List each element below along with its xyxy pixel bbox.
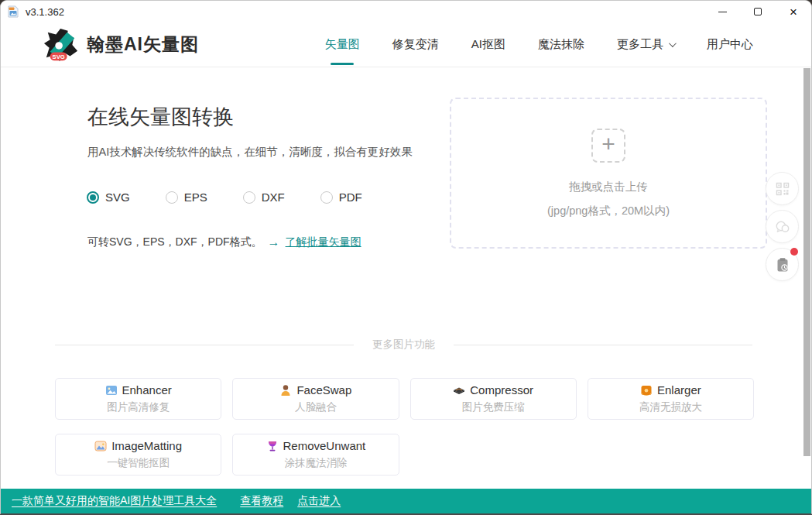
nav-item-matting[interactable]: AI抠图 <box>471 37 505 52</box>
active-tab-underline <box>331 63 354 65</box>
clipboard-icon <box>776 257 790 273</box>
side-widgets <box>766 172 799 281</box>
minimize-icon <box>718 12 727 12</box>
format-radio-pdf[interactable]: PDF <box>320 191 362 204</box>
radio-icon <box>243 191 255 204</box>
svg-text:SVG: SVG <box>53 53 65 60</box>
batch-vector-link[interactable]: 了解批量矢量图 <box>286 235 361 249</box>
person-icon <box>279 384 292 397</box>
card-faceswap[interactable]: FaceSwap 人脸融合 <box>232 378 399 420</box>
upload-hint-primary: 拖拽或点击上传 <box>569 180 648 194</box>
chat-button[interactable] <box>766 210 799 243</box>
picture-icon <box>105 384 118 397</box>
maximize-button[interactable] <box>740 1 776 22</box>
arrow-right-icon: → <box>268 235 280 249</box>
maximize-icon <box>754 8 762 15</box>
divider-line <box>55 345 354 345</box>
radio-icon <box>320 191 333 204</box>
format-note: 可转SVG，EPS，DXF，PDF格式。 → 了解批量矢量图 <box>87 235 361 249</box>
view-tutorial-link[interactable]: 查看教程 <box>240 494 283 508</box>
card-enhancer[interactable]: Enhancer 图片高清修复 <box>55 378 221 420</box>
divider-line <box>454 345 752 345</box>
vertical-scrollbar[interactable] <box>803 68 810 456</box>
clipboard-button[interactable] <box>766 248 799 281</box>
card-compressor[interactable]: Compressor 图片免费压缩 <box>410 378 577 420</box>
format-radio-eps[interactable]: EPS <box>166 191 207 204</box>
nav-item-vector[interactable]: 矢量图 <box>325 37 360 52</box>
app-logo: SVG <box>43 27 79 63</box>
brand: SVG 翰墨AI矢量图 <box>1 27 199 63</box>
window-version: v3.1.362 <box>26 6 64 18</box>
radio-icon <box>166 191 178 204</box>
footer-tagline: 一款简单又好用的智能AI图片处理工具大全 <box>12 494 217 508</box>
mountain-icon <box>94 440 107 452</box>
magic-icon <box>266 440 279 452</box>
nav-item-restore[interactable]: 修复变清 <box>392 37 439 52</box>
upload-hint-secondary: (jpg/png格式，20M以内) <box>547 204 670 218</box>
click-enter-link[interactable]: 点击进入 <box>297 494 341 508</box>
sunset-icon <box>640 384 653 397</box>
radio-selected-icon <box>87 191 99 204</box>
nav-item-erase[interactable]: 魔法抹除 <box>538 37 584 52</box>
format-radio-dxf[interactable]: DXF <box>243 191 285 204</box>
card-enlarger[interactable]: Enlarger 高清无损放大 <box>588 378 754 420</box>
upload-dropzone[interactable]: + 拖拽或点击上传 (jpg/png格式，20M以内) <box>450 98 767 249</box>
clamp-icon <box>453 384 465 397</box>
close-button[interactable]: × <box>776 1 811 22</box>
app-file-icon <box>7 5 19 18</box>
divider-label: 更多图片功能 <box>372 338 435 352</box>
nav-item-user-center[interactable]: 用户中心 <box>707 37 753 52</box>
app-name: 翰墨AI矢量图 <box>87 33 199 57</box>
footer-bar: 一款简单又好用的智能AI图片处理工具大全 查看教程 点击进入 <box>1 489 811 513</box>
chat-icon <box>775 220 790 234</box>
note-text: 可转SVG，EPS，DXF，PDF格式。 <box>87 235 262 249</box>
nav-item-more-tools[interactable]: 更多工具 <box>617 37 674 52</box>
titlebar: v3.1.362 × <box>1 1 811 22</box>
more-features-divider: 更多图片功能 <box>55 338 752 351</box>
header: SVG 翰墨AI矢量图 矢量图 修复变清 AI抠图 魔法抹除 更多工具 用户中心 <box>1 22 811 67</box>
qr-code-icon <box>776 182 790 196</box>
app-window: v3.1.362 × SVG 翰墨AI矢量图 矢量图 <box>0 0 812 515</box>
plus-box: + <box>591 129 625 163</box>
page-subtitle: 用AI技术解决传统软件的缺点，在细节，清晰度，拟合有更好效果 <box>87 145 413 160</box>
format-radio-svg[interactable]: SVG <box>87 191 130 204</box>
format-radio-group: SVG EPS DXF PDF <box>87 191 362 204</box>
card-imagematting[interactable]: ImageMatting 一键智能抠图 <box>55 434 221 476</box>
plus-icon: + <box>601 132 615 156</box>
minimize-button[interactable] <box>704 1 740 22</box>
feature-cards: Enhancer 图片高清修复 FaceSwap 人脸融合 <box>55 378 754 476</box>
page-title: 在线矢量图转换 <box>87 103 234 131</box>
chevron-down-icon <box>669 39 677 47</box>
main-nav: 矢量图 修复变清 AI抠图 魔法抹除 更多工具 用户中心 <box>325 37 811 52</box>
close-icon: × <box>790 5 797 19</box>
card-removeunwant[interactable]: RemoveUnwant 涂抹魔法消除 <box>232 434 399 476</box>
notification-dot <box>790 248 798 256</box>
qr-code-button[interactable] <box>766 172 799 205</box>
